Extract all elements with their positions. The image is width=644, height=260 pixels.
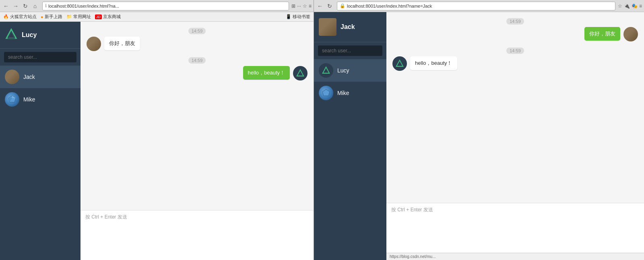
right-reload-button[interactable]: ↻ — [326, 2, 334, 10]
message-time-2: 14:59 — [188, 57, 206, 64]
right-message-row-2: 14:59 hello，beauty！ — [392, 47, 638, 71]
star-icon[interactable]: ☆ — [303, 3, 307, 9]
right-lucy-avatar — [319, 63, 333, 78]
jack-avatar — [5, 70, 19, 84]
right-star-icon[interactable]: ☆ — [618, 3, 622, 9]
left-chat-hint: 按 Ctrl + Enter 发送 — [85, 214, 309, 221]
right-status-bar: https://blog.csdn.net/mu... — [386, 253, 644, 260]
right-message-content-1: 你好，朋友 — [392, 27, 638, 41]
bookmark-jd[interactable]: JD 京东商城 — [95, 14, 121, 20]
right-lucy-msg-avatar — [392, 56, 407, 71]
sidebar-item-mike[interactable]: Mike — [0, 88, 80, 111]
right-nav-bar: ← ↻ 🔒 localhost:8001/user/index.html?nam… — [314, 0, 644, 12]
message-bubble-1: 你好，朋友 — [104, 37, 140, 50]
right-tab-actions: ☆ 🔌 🎭 ≡ — [618, 3, 642, 9]
right-sidebar-item-lucy[interactable]: Lucy — [314, 59, 386, 82]
right-chat-area: 14:59 你好，朋友 14:59 — [386, 12, 644, 260]
more-icon[interactable]: ··· — [297, 3, 301, 9]
left-address-bar[interactable]: ℹ localhost:8001/user/index.html?na... — [42, 2, 289, 10]
message-row-1: 14:59 你好，朋友 — [87, 28, 308, 51]
right-message-bubble-2: hello，beauty！ — [410, 56, 457, 70]
jack-msg-avatar — [87, 37, 101, 51]
bookmark-mobile-label: 移动书签 — [293, 14, 310, 20]
right-url-text: localhost:8001/user/index.html?name=Jack — [347, 4, 432, 8]
forward-button[interactable]: → — [12, 2, 20, 10]
right-back-button[interactable]: ← — [316, 2, 324, 10]
jack-name: Jack — [23, 74, 35, 80]
right-jack-msg-avatar — [623, 27, 638, 41]
reload-button[interactable]: ↻ — [21, 2, 29, 10]
left-username: Lucy — [22, 31, 37, 39]
right-ext2-icon[interactable]: 🎭 — [632, 3, 638, 9]
right-message-time-1: 14:59 — [506, 18, 524, 25]
left-chat-textarea[interactable] — [85, 223, 309, 255]
left-nav-bar: ← → ↻ ⌂ ℹ localhost:8001/user/index.html… — [0, 0, 314, 12]
svg-marker-5 — [297, 70, 304, 76]
right-username: Jack — [341, 23, 355, 31]
svg-marker-8 — [396, 60, 403, 66]
right-message-bubble-1: 你好，朋友 — [584, 27, 620, 41]
bookmark-huli-label: 火狐官方站点 — [10, 14, 37, 20]
right-ext1-icon[interactable]: 🔌 — [624, 3, 630, 9]
right-message-time-2: 14:59 — [506, 47, 524, 54]
message-content-1: 你好，朋友 — [87, 37, 308, 51]
home-button[interactable]: ⌂ — [31, 2, 39, 10]
right-chat-textarea[interactable] — [391, 216, 639, 248]
mike-name: Mike — [23, 96, 35, 103]
message-content-2: hello，beauty！ — [87, 66, 308, 80]
svg-marker-7 — [322, 89, 330, 96]
bookmark-jd-label: 京东商城 — [103, 14, 121, 20]
right-mike-name: Mike — [337, 90, 349, 96]
right-sidebar-item-mike[interactable]: Mike — [314, 82, 386, 104]
right-message-row-1: 14:59 你好，朋友 — [392, 18, 638, 41]
left-chat-input-area: 按 Ctrl + Enter 发送 — [80, 210, 314, 260]
left-nav-buttons: ← → ↻ ⌂ — [2, 2, 39, 10]
bookmark-common-label: 常用网址 — [73, 14, 91, 20]
right-nav-buttons: ← ↻ — [316, 2, 334, 10]
left-sidebar-header: Lucy — [0, 22, 80, 49]
message-time-1: 14:59 — [188, 28, 206, 34]
left-browser-window: ← → ↻ ⌂ ℹ localhost:8001/user/index.html… — [0, 0, 314, 260]
right-chat-input-area: 按 Ctrl + Enter 发送 — [386, 203, 644, 253]
mike-avatar — [5, 92, 19, 107]
left-search-input[interactable] — [4, 52, 76, 62]
right-message-content-2: hello，beauty！ — [392, 56, 638, 71]
left-url-text: localhost:8001/user/index.html?na... — [48, 4, 119, 8]
right-mike-avatar — [319, 86, 333, 100]
right-app-content: Jack Lucy — [314, 12, 644, 260]
right-address-bar[interactable]: 🔒 localhost:8001/user/index.html?name=Ja… — [337, 2, 615, 10]
grid-icon[interactable]: ⊞ — [291, 3, 295, 9]
right-mike-gem-icon — [322, 89, 330, 97]
right-message-list: 14:59 你好，朋友 14:59 — [386, 12, 644, 203]
right-search-input[interactable] — [318, 45, 382, 56]
right-sidebar: Jack Lucy — [314, 12, 386, 260]
message-row-2: 14:59 hello，beauty！ — [87, 57, 308, 80]
left-vue-logo — [5, 28, 18, 42]
bookmark-common[interactable]: 📁 常用网址 — [66, 14, 91, 20]
back-button[interactable]: ← — [2, 2, 10, 10]
menu-icon[interactable]: ≡ — [309, 3, 312, 9]
bookmark-newbie[interactable]: ● 新手上路 — [41, 14, 62, 20]
left-message-list: 14:59 你好，朋友 14:59 — [80, 22, 314, 210]
svg-marker-0 — [6, 29, 16, 38]
left-chat-area: 14:59 你好，朋友 14:59 — [80, 22, 314, 260]
right-lucy-name: Lucy — [337, 67, 349, 74]
mike-gem-icon — [8, 95, 17, 104]
right-sidebar-header: Jack — [314, 12, 386, 42]
right-chat-hint: 按 Ctrl + Enter 发送 — [391, 206, 639, 213]
right-status-url: https://blog.csdn.net/mu... — [390, 254, 436, 259]
bookmark-mobile[interactable]: 📱 移动书签 — [286, 14, 310, 20]
left-app-content: Lucy Jack M — [0, 22, 314, 260]
bookmark-newbie-label: 新手上路 — [45, 14, 62, 20]
left-bookmarks-bar: 🔥 火狐官方站点 ● 新手上路 📁 常用网址 JD 京东商城 📱 移动书签 — [0, 12, 314, 22]
right-jack-header-avatar — [319, 18, 336, 36]
mobile-icon: 📱 — [286, 14, 291, 19]
left-tab-actions: ⊞ ··· ☆ ≡ — [291, 3, 312, 9]
right-browser-window: ← ↻ 🔒 localhost:8001/user/index.html?nam… — [314, 0, 644, 260]
bookmark-huli[interactable]: 🔥 火狐官方站点 — [3, 14, 37, 20]
lucy-msg-avatar — [293, 66, 308, 80]
right-menu-icon[interactable]: ≡ — [639, 3, 642, 9]
message-bubble-2: hello，beauty！ — [243, 66, 290, 80]
left-sidebar: Lucy Jack M — [0, 22, 80, 260]
sidebar-item-jack[interactable]: Jack — [0, 66, 80, 88]
